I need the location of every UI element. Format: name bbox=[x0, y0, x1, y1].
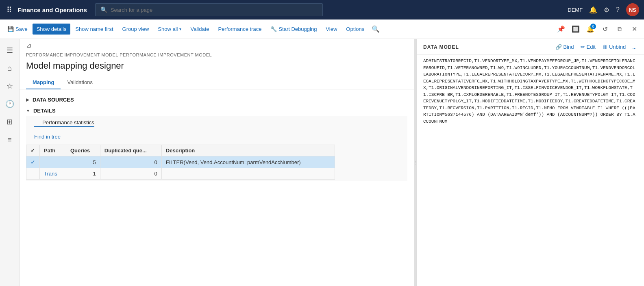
unbind-icon: 🗑 bbox=[602, 44, 607, 50]
right-panel-content: ADMINISTRATORRECID,T1.VENDORTYPE_MX,T1.V… bbox=[417, 54, 644, 286]
col-check: ✓ bbox=[26, 145, 40, 156]
right-panel-header: DATA MODEL 🔗 Bind ✏ Edit 🗑 Unbind ... bbox=[417, 39, 644, 54]
more-button[interactable]: ... bbox=[631, 43, 637, 51]
view-button[interactable]: View bbox=[322, 24, 341, 35]
right-panel: DATA MODEL 🔗 Bind ✏ Edit 🗑 Unbind ... bbox=[416, 39, 644, 286]
tab-mapping[interactable]: Mapping bbox=[26, 76, 61, 89]
edit-button[interactable]: ✏ Edit bbox=[580, 43, 596, 51]
row-queries-1: 5 bbox=[66, 156, 100, 168]
table-row[interactable]: ✓ 5 0 FILTER(Vend, Vend.AccountNum=parmV… bbox=[26, 156, 335, 168]
search-bar: 🔍 bbox=[95, 3, 323, 16]
performance-trace-button[interactable]: Performance trace bbox=[214, 24, 265, 35]
tabs: Mapping Validations bbox=[20, 76, 414, 89]
sidebar-item-home[interactable]: ⌂ bbox=[2, 60, 18, 76]
notification-badge-button[interactable]: 🔔 0 bbox=[584, 23, 597, 36]
row-duplicated-2: 0 bbox=[100, 168, 161, 180]
edit-icon: ✏ bbox=[581, 44, 585, 50]
data-sources-label: DATA SOURCES bbox=[33, 97, 74, 103]
top-nav: ⠿ Finance and Operations 🔍 DEMF 🔔 ⚙ ? NS bbox=[0, 0, 644, 20]
unbind-button[interactable]: 🗑 Unbind bbox=[601, 43, 627, 51]
row-description-2 bbox=[161, 168, 335, 180]
sidebar: ☰ ⌂ ☆ 🕐 ⊞ ≡ bbox=[0, 39, 20, 286]
data-sources-chevron-icon: ▶ bbox=[26, 98, 29, 102]
show-all-button[interactable]: Show all ▾ bbox=[154, 24, 185, 35]
group-view-button[interactable]: Group view bbox=[118, 24, 153, 35]
content-body: ▶ DATA SOURCES ▼ DETAILS Performance sta… bbox=[20, 89, 414, 286]
show-all-chevron-icon: ▾ bbox=[179, 27, 181, 31]
col-duplicated: Duplicated que... bbox=[100, 145, 161, 156]
notification-icon[interactable]: 🔔 bbox=[589, 6, 597, 14]
top-nav-right: DEMF 🔔 ⚙ ? NS bbox=[568, 3, 639, 16]
notification-count: 0 bbox=[590, 24, 596, 29]
search-icon: 🔍 bbox=[100, 6, 107, 13]
filter-icon[interactable]: ⊿ bbox=[26, 41, 31, 49]
app-title: Finance and Operations bbox=[17, 6, 87, 13]
performance-stats-label: Performance statistics bbox=[34, 118, 94, 127]
search-input[interactable] bbox=[111, 7, 318, 13]
sidebar-item-favorites[interactable]: ☆ bbox=[2, 78, 18, 94]
sidebar-item-list[interactable]: ≡ bbox=[2, 132, 18, 148]
find-in-tree-link[interactable]: Find in tree bbox=[26, 130, 407, 143]
col-queries: Queries bbox=[66, 145, 100, 156]
help-icon[interactable]: ? bbox=[616, 6, 620, 13]
row-description-1: FILTER(Vend, Vend.AccountNum=parmVendAcc… bbox=[161, 156, 335, 168]
content-area: ⊿ PERFORMANCE IMPROVEMENT MODEL PERFORMA… bbox=[20, 39, 414, 286]
details-panel: Performance statistics Find in tree ✓ Pa… bbox=[26, 116, 407, 181]
validate-button[interactable]: Validate bbox=[186, 24, 213, 35]
main-layout: ☰ ⌂ ☆ 🕐 ⊞ ≡ ⊿ PERFORMANCE IMPROVEMENT MO… bbox=[0, 39, 644, 286]
sidebar-item-recent[interactable]: 🕐 bbox=[2, 96, 18, 112]
col-description: Description bbox=[161, 145, 335, 156]
pin-icon[interactable]: 📌 bbox=[555, 23, 568, 36]
settings-icon[interactable]: ⚙ bbox=[604, 6, 609, 14]
details-section-header[interactable]: ▼ DETAILS bbox=[26, 105, 407, 116]
data-sources-section-header[interactable]: ▶ DATA SOURCES bbox=[26, 94, 407, 105]
toolbar: 💾 Save Show details Show name first Grou… bbox=[0, 20, 644, 39]
save-icon: 💾 bbox=[7, 26, 14, 32]
options-button[interactable]: Options bbox=[342, 24, 368, 35]
right-panel-actions: 🔗 Bind ✏ Edit 🗑 Unbind ... bbox=[555, 43, 637, 51]
breadcrumb: PERFORMANCE IMPROVEMENT MODEL PERFORMANC… bbox=[20, 49, 414, 59]
refresh-icon[interactable]: ↺ bbox=[598, 23, 611, 36]
grid-icon[interactable]: ⠿ bbox=[5, 4, 13, 16]
toolbar-right-actions: 📌 🔲 🔔 0 ↺ ⧉ ✕ bbox=[555, 23, 641, 36]
table-row[interactable]: Trans 1 0 bbox=[26, 168, 335, 180]
row-duplicated-1: 0 bbox=[100, 156, 161, 168]
debug-icon: 🔧 bbox=[270, 26, 277, 32]
tab-validations[interactable]: Validations bbox=[61, 76, 99, 89]
toolbar-search-icon[interactable]: 🔍 bbox=[369, 23, 382, 36]
row-check-2 bbox=[26, 168, 40, 180]
env-label: DEMF bbox=[568, 7, 583, 13]
link-icon: 🔗 bbox=[555, 44, 562, 50]
show-name-first-button[interactable]: Show name first bbox=[71, 24, 117, 35]
sidebar-item-workspaces[interactable]: ⊞ bbox=[2, 114, 18, 130]
open-new-icon[interactable]: ⧉ bbox=[613, 23, 626, 36]
performance-table: ✓ Path Queries Duplicated que... Descrip… bbox=[26, 145, 335, 180]
bind-button[interactable]: 🔗 Bind bbox=[555, 43, 575, 51]
right-panel-title: DATA MODEL bbox=[423, 44, 459, 50]
details-chevron-icon: ▼ bbox=[26, 108, 30, 113]
row-queries-2: 1 bbox=[66, 168, 100, 180]
show-details-button[interactable]: Show details bbox=[33, 24, 71, 35]
row-path-2: Trans bbox=[40, 168, 66, 180]
close-icon[interactable]: ✕ bbox=[628, 23, 641, 36]
start-debugging-button[interactable]: 🔧 Start Debugging bbox=[266, 24, 321, 35]
col-path: Path bbox=[40, 145, 66, 156]
extension-icon[interactable]: 🔲 bbox=[569, 23, 582, 36]
page-title: Model mapping designer bbox=[20, 59, 414, 76]
sidebar-item-hamburger[interactable]: ☰ bbox=[2, 42, 18, 58]
save-button[interactable]: 💾 Save bbox=[3, 24, 32, 35]
row-check-1: ✓ bbox=[26, 156, 40, 168]
avatar[interactable]: NS bbox=[626, 3, 639, 16]
row-path-1 bbox=[40, 156, 66, 168]
details-label: DETAILS bbox=[33, 108, 56, 114]
